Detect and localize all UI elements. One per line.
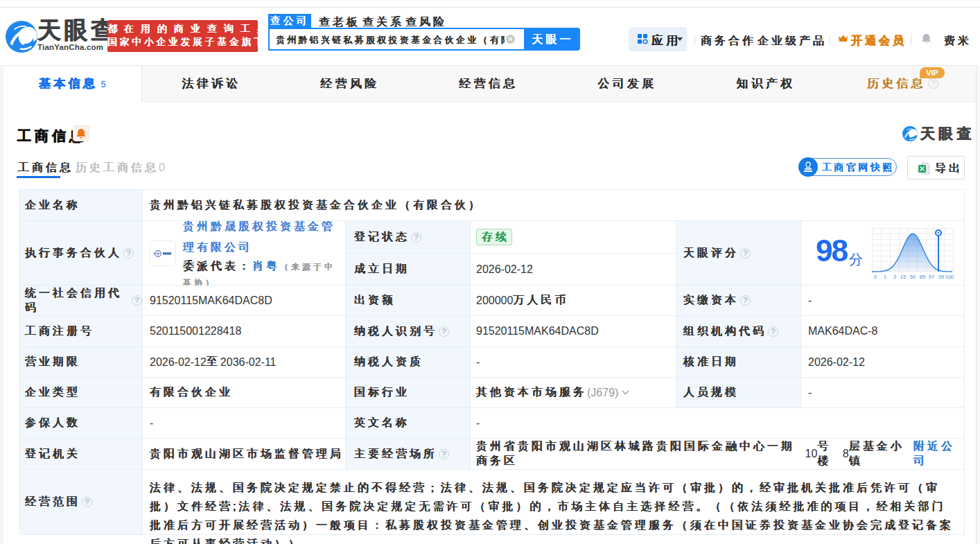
svg-text:100: 100 — [945, 274, 954, 280]
svg-text:85: 85 — [920, 274, 925, 280]
svg-text:1: 1 — [884, 274, 886, 280]
svg-text:99: 99 — [938, 274, 944, 280]
svg-text:0: 0 — [874, 274, 877, 280]
svg-text:50: 50 — [910, 274, 916, 280]
svg-text:3: 3 — [893, 274, 896, 280]
svg-text:97: 97 — [929, 274, 934, 280]
svg-text:15: 15 — [900, 274, 906, 280]
